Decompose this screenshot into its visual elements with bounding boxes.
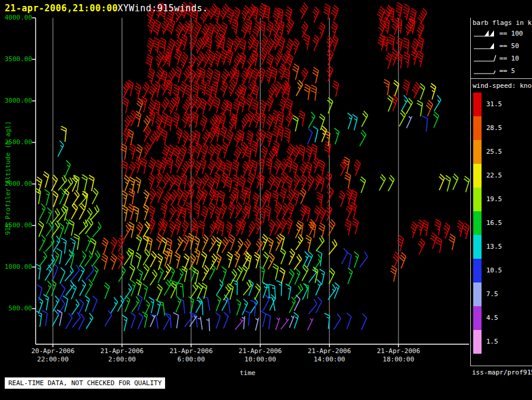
barb-flag-label: == 100 <box>499 30 523 37</box>
x-axis-title: time <box>221 369 274 377</box>
wind-barb-group <box>57 116 412 331</box>
colorbar-tick-label: 10.5 <box>486 266 502 274</box>
wind-barb-group <box>35 84 470 300</box>
x-axis-tick-label: 21-Apr-20062:00:00 <box>90 347 155 364</box>
y-axis-title: 915 Profiler Altitude (m agl) <box>4 121 12 235</box>
axes <box>32 18 469 347</box>
x-axis-tick-label: 21-Apr-200618:00:00 <box>366 347 431 364</box>
colorbar-segment <box>473 140 482 164</box>
y-axis-tick-label: 3500.00 <box>0 56 32 63</box>
barb-flag-legend-row: == 50 <box>473 41 519 50</box>
timestamp: 21-apr-2006,21:00:00 <box>5 3 118 14</box>
colorbar-tick-label: 4.5 <box>486 314 498 322</box>
wind-barb-group <box>39 112 439 328</box>
wind-barb-group <box>235 318 313 330</box>
colorbar-tick-label: 1.5 <box>486 338 498 345</box>
page-title: XYWind:915winds. <box>118 3 208 14</box>
colorbar-segment <box>473 282 482 306</box>
wind-barb-group <box>37 116 428 330</box>
colorbar-segment <box>473 93 482 116</box>
footer-separator <box>470 366 532 366</box>
barb-flag-icon <box>473 41 496 50</box>
colorbar-tick-label: 16.5 <box>486 219 502 227</box>
barb-flag-label: == 5 <box>499 67 515 75</box>
y-axis-tick-label: 3000.00 <box>0 97 32 104</box>
x-axis-tick-label: 21-Apr-200610:00:00 <box>227 347 293 364</box>
wind-barbs <box>35 2 470 331</box>
barb-flag-legend-title: barb flags in knots <box>473 19 532 27</box>
colorbar-tick-label: 25.5 <box>486 148 502 155</box>
x-axis-tick-label: 21-Apr-20066:00:00 <box>159 347 224 364</box>
colorbar-segment <box>473 188 482 211</box>
x-axis-tick-label: 21-Apr-200614:00:00 <box>297 347 362 364</box>
wind-barb-group <box>110 2 469 269</box>
colorbar-tick-label: 31.5 <box>486 100 502 108</box>
colorbar-segment <box>473 211 482 235</box>
colorbar-tick-label: 28.5 <box>486 124 502 132</box>
colorbar-segment <box>473 306 482 330</box>
y-axis-tick-label: 1000.00 <box>0 264 32 271</box>
wind-barb-group <box>102 64 455 281</box>
colorbar-segment <box>473 235 482 259</box>
program-id: iss-mapr/prof915I <box>472 369 532 376</box>
colorbar-segment <box>473 116 482 140</box>
wind-speed-legend-title: wind-speed: knots <box>473 82 532 90</box>
colorbar-tick-label: 22.5 <box>486 172 502 179</box>
legend-left-border <box>470 18 471 366</box>
x-axis-tick-label: 20-Apr-200622:00:00 <box>20 347 86 364</box>
colorbar-tick-label: 19.5 <box>486 195 502 203</box>
colorbar-segment <box>473 330 482 354</box>
y-axis-tick-label: 4000.00 <box>0 14 32 21</box>
quality-banner: REAL-TIME DATA, NOT CHECKED FOR QUALITY <box>5 377 165 389</box>
colorbar-segment <box>473 259 482 282</box>
barb-flag-legend-row: == 100 <box>473 28 523 38</box>
wind-barb-plot-canvas[interactable] <box>0 0 532 400</box>
y-axis-tick-label: 500.00 <box>0 305 32 312</box>
colorbar-tick-label: 13.5 <box>486 243 502 250</box>
barb-flag-label: == 10 <box>499 55 519 62</box>
colorbar-tick-label: 7.5 <box>486 290 498 298</box>
wind-profiler-display-window: 21-apr-2006,21:00:00 XYWind:915winds. 40… <box>0 0 532 400</box>
barb-flag-legend-row: == 10 <box>473 53 519 63</box>
barb-flag-legend-row: == 5 <box>473 66 515 75</box>
wind-speed-colorbar <box>473 93 482 354</box>
barb-flag-icon <box>473 53 496 63</box>
colorbar-segment <box>473 164 482 188</box>
barb-flag-label: == 50 <box>499 42 519 50</box>
legend-separator <box>470 78 532 79</box>
barb-flag-icon <box>473 28 496 38</box>
barb-flag-icon <box>473 66 496 75</box>
